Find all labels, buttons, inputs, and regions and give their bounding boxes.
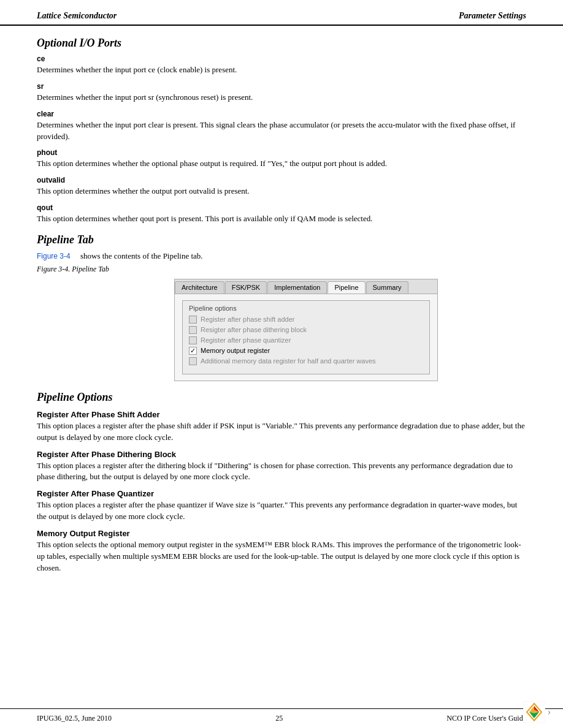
term-clear-label: clear: [37, 110, 526, 118]
section-optional-io-title: Optional I/O Ports: [37, 37, 526, 50]
pipeline-inner: Pipeline options Register after phase sh…: [175, 294, 437, 381]
section-pipeline-options: Pipeline Options Register After Phase Sh…: [37, 391, 526, 574]
term-qout-label: qout: [37, 203, 526, 212]
section-pipeline-title: Pipeline Tab: [37, 233, 526, 246]
tab-architecture[interactable]: Architecture: [175, 281, 224, 294]
fig-ref-text: shows the contents of the Pipeline tab.: [80, 251, 203, 260]
header-left: Lattice Semiconductor: [37, 11, 117, 21]
checkbox-memory-output[interactable]: ✓: [189, 347, 197, 355]
option-phase-quantizer: Register After Phase Quantizer This opti…: [37, 489, 526, 523]
page-header: Lattice Semiconductor Parameter Settings: [0, 0, 563, 26]
term-sr: sr Determines whether the input port sr …: [37, 82, 526, 104]
term-qout-desc: This option determines whether qout port…: [37, 213, 526, 225]
footer-logo-area: ›: [523, 701, 551, 723]
pipeline-options-title: Pipeline Options: [37, 391, 526, 404]
tab-summary[interactable]: Summary: [366, 281, 408, 294]
tab-fskpsk[interactable]: FSK/PSK: [225, 281, 267, 294]
footer-right: NCO IP Core User's Guide: [446, 714, 526, 723]
option-phase-quantizer-desc: This option places a register after the …: [37, 499, 526, 523]
pipeline-options-group: Pipeline options Register after phase sh…: [182, 300, 430, 374]
option-phase-shift-adder: Register After Phase Shift Adder This op…: [37, 410, 526, 444]
term-phout: phout This option determines whether the…: [37, 148, 526, 170]
figure-caption: Figure 3-4. Pipeline Tab: [37, 265, 526, 274]
term-ce-label: ce: [37, 55, 526, 63]
term-qout: qout This option determines whether qout…: [37, 203, 526, 225]
option-memory-output-register-desc: This option selects the optional memory …: [37, 539, 526, 574]
tab-pipeline[interactable]: Pipeline: [327, 281, 365, 294]
term-sr-label: sr: [37, 82, 526, 91]
option-register-quantizer-label: Register after phase quantizer: [201, 336, 291, 344]
option-phase-shift-adder-label: Register After Phase Shift Adder: [37, 410, 526, 419]
term-outvalid-label: outvalid: [37, 176, 526, 184]
option-register-quantizer: Register after phase quantizer: [189, 336, 423, 344]
tab-implementation[interactable]: Implementation: [267, 281, 327, 294]
header-right: Parameter Settings: [459, 11, 526, 21]
term-ce-desc: Determines whether the input port ce (cl…: [37, 64, 526, 76]
option-register-phase-shift-label: Register after phase shift adder: [201, 316, 294, 323]
option-phase-dithering: Register After Phase Dithering Block Thi…: [37, 450, 526, 483]
option-phase-dithering-label: Register After Phase Dithering Block: [37, 450, 526, 459]
option-additional-memory: Additional memory data register for half…: [189, 357, 423, 365]
footer-center: 25: [275, 714, 283, 723]
term-clear: clear Determines whether the input port …: [37, 110, 526, 143]
figure-reference-line: Figure 3-4 shows the contents of the Pip…: [37, 251, 526, 261]
nav-forward-icon[interactable]: ›: [548, 707, 551, 718]
option-register-dithering-label: Resigter after phase dithering block: [201, 326, 307, 333]
option-additional-memory-label: Additional memory data register for half…: [201, 357, 376, 365]
pipeline-options-label: Pipeline options: [189, 305, 423, 312]
term-phout-label: phout: [37, 148, 526, 157]
option-memory-output-register-label: Memory Output Register: [37, 529, 526, 538]
pipeline-tabs: Architecture FSK/PSK Implementation Pipe…: [175, 279, 437, 294]
figure-3-4-link[interactable]: Figure 3-4: [37, 252, 71, 260]
checkbox-register-dithering[interactable]: [189, 326, 197, 334]
option-phase-dithering-desc: This option places a register after the …: [37, 460, 526, 483]
footer-left: IPUG36_02.5, June 2010: [37, 714, 112, 723]
checkbox-additional-memory[interactable]: [189, 357, 197, 365]
option-phase-quantizer-label: Register After Phase Quantizer: [37, 489, 526, 498]
option-memory-output-register: Memory Output Register This option selec…: [37, 529, 526, 574]
option-memory-output: ✓ Memory output register: [189, 347, 423, 355]
pipeline-dialog-box: Architecture FSK/PSK Implementation Pipe…: [174, 279, 438, 381]
option-register-dithering: Resigter after phase dithering block: [189, 326, 423, 334]
term-phout-desc: This option determines whether the optio…: [37, 158, 526, 170]
option-register-phase-shift: Register after phase shift adder: [189, 316, 423, 324]
option-memory-output-label: Memory output register: [201, 347, 270, 354]
page-footer: IPUG36_02.5, June 2010 25 NCO IP Core Us…: [0, 708, 563, 728]
checkbox-register-quantizer[interactable]: [189, 336, 197, 344]
page-content: Optional I/O Ports ce Determines whether…: [0, 37, 563, 574]
term-sr-desc: Determines whether the input port sr (sy…: [37, 92, 526, 104]
term-outvalid: outvalid This option determines whether …: [37, 176, 526, 197]
term-clear-desc: Determines whether the input port clear …: [37, 119, 526, 143]
term-ce: ce Determines whether the input port ce …: [37, 55, 526, 76]
term-outvalid-desc: This option determines whether the outpu…: [37, 186, 526, 197]
option-phase-shift-adder-desc: This option places a register after the …: [37, 420, 526, 444]
lattice-logo-icon: [523, 701, 545, 723]
pipeline-figure: Architecture FSK/PSK Implementation Pipe…: [86, 279, 526, 381]
checkbox-register-phase-shift[interactable]: [189, 316, 197, 324]
